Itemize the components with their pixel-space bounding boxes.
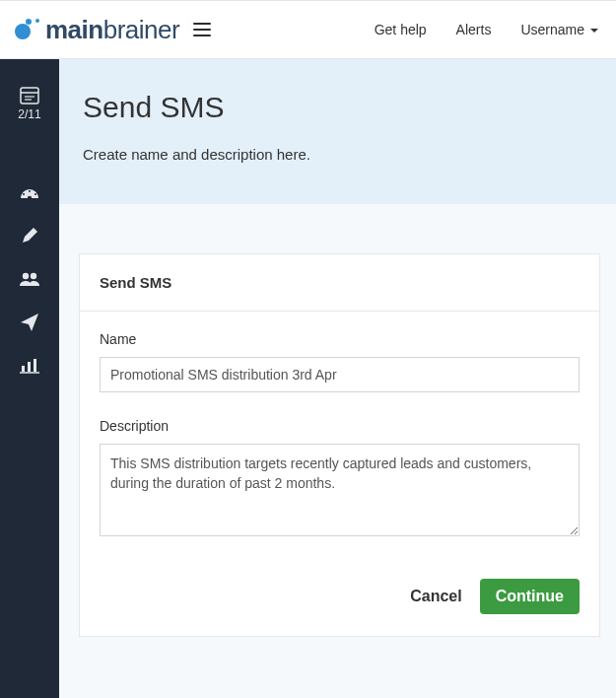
user-menu[interactable]: Username: [520, 22, 598, 37]
bar-chart-icon: [20, 358, 39, 374]
sidebar-progress-text: 2/11: [18, 107, 40, 121]
page-subtitle: Create name and description here.: [83, 146, 592, 163]
svg-rect-3: [21, 88, 38, 104]
username-label: Username: [520, 22, 584, 37]
svg-point-9: [29, 190, 31, 192]
svg-point-12: [31, 273, 36, 279]
sidebar: 2/11: [0, 59, 59, 698]
card-footer: Cancel Continue: [80, 561, 599, 636]
svg-point-10: [34, 193, 36, 195]
description-textarea[interactable]: This SMS distribution targets recently c…: [100, 444, 580, 536]
sidebar-item-reports[interactable]: [0, 358, 59, 374]
menu-toggle-icon[interactable]: [193, 23, 211, 36]
svg-point-1: [26, 19, 32, 25]
calendar-icon: [20, 87, 39, 105]
svg-point-2: [35, 19, 39, 23]
cancel-button[interactable]: Cancel: [410, 588, 461, 605]
users-icon: [19, 271, 40, 287]
description-label: Description: [100, 418, 580, 434]
sidebar-item-contacts[interactable]: [0, 271, 59, 287]
svg-point-11: [23, 273, 29, 279]
main-content: Send SMS Create name and description her…: [59, 59, 616, 698]
alerts-link[interactable]: Alerts: [456, 22, 492, 37]
svg-point-7: [28, 196, 32, 200]
svg-rect-14: [28, 362, 31, 372]
get-help-link[interactable]: Get help: [375, 22, 427, 37]
brand-text: mainbrainer: [45, 15, 179, 45]
pencil-icon: [20, 226, 39, 245]
sidebar-item-dashboard[interactable]: [0, 182, 59, 200]
svg-rect-15: [34, 359, 36, 372]
logo[interactable]: mainbrainer: [14, 15, 179, 45]
logo-icon: [14, 17, 43, 42]
card-header: Send SMS: [80, 254, 599, 312]
topbar: mainbrainer Get help Alerts Username: [0, 0, 616, 59]
paper-plane-icon: [20, 313, 39, 332]
chevron-down-icon: [590, 29, 598, 33]
name-label: Name: [100, 331, 580, 347]
svg-point-0: [15, 24, 31, 39]
sidebar-item-progress[interactable]: 2/11: [0, 87, 59, 121]
top-navigation: Get help Alerts Username: [375, 22, 598, 37]
svg-rect-13: [22, 366, 25, 372]
hero-section: Send SMS Create name and description her…: [59, 59, 616, 204]
sidebar-item-send[interactable]: [0, 313, 59, 332]
form-card: Send SMS Name Description This SMS distr…: [79, 253, 600, 637]
gauge-icon: [19, 182, 40, 200]
continue-button[interactable]: Continue: [480, 579, 580, 614]
name-input[interactable]: [100, 357, 580, 392]
page-title: Send SMS: [83, 91, 592, 124]
sidebar-item-compose[interactable]: [0, 226, 59, 245]
svg-point-8: [23, 193, 25, 195]
